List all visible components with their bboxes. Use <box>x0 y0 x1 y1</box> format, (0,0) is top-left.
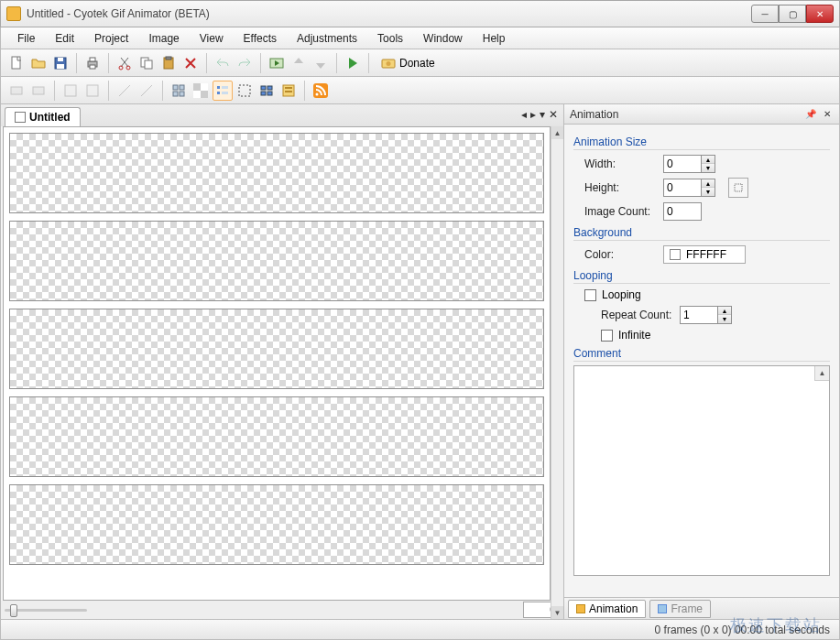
tab-animation-icon <box>576 604 585 613</box>
repeat-label: Repeat Count: <box>601 309 674 321</box>
scroll-down-icon[interactable]: ▼ <box>551 606 563 619</box>
infinite-checkbox[interactable] <box>601 330 613 342</box>
app-icon <box>6 6 21 21</box>
undo-button[interactable] <box>213 53 233 73</box>
height-down[interactable]: ▼ <box>702 188 715 196</box>
save-button[interactable] <box>50 53 71 73</box>
color-hex: FFFFFF <box>686 248 726 261</box>
paste-button[interactable] <box>158 53 179 73</box>
document-tab[interactable]: Untitled <box>5 107 81 126</box>
panel-close-icon[interactable]: ✕ <box>821 108 834 121</box>
checker-icon[interactable] <box>191 81 211 101</box>
canvas-footer <box>1 601 563 619</box>
color-picker[interactable]: FFFFFF <box>663 245 746 264</box>
frame-item[interactable] <box>9 396 544 477</box>
rss-icon[interactable] <box>311 81 331 101</box>
frame-item[interactable] <box>9 309 544 389</box>
width-down[interactable]: ▼ <box>702 164 715 172</box>
close-button[interactable]: ✕ <box>806 5 834 23</box>
move-up-button[interactable] <box>289 53 309 73</box>
minimize-button[interactable]: ─ <box>751 5 779 23</box>
tab-menu[interactable]: ▾ <box>540 108 545 121</box>
redo-button[interactable] <box>235 53 255 73</box>
svg-rect-19 <box>87 85 98 96</box>
menu-window[interactable]: Window <box>414 30 472 47</box>
imagecount-input[interactable] <box>663 202 702 221</box>
print-button[interactable] <box>82 53 103 73</box>
height-up[interactable]: ▲ <box>702 179 715 188</box>
menu-file[interactable]: File <box>8 30 44 47</box>
move-down-button[interactable] <box>311 53 331 73</box>
menu-edit[interactable]: Edit <box>46 30 83 47</box>
svg-rect-33 <box>267 86 272 90</box>
thumb-view-icon[interactable] <box>256 81 277 101</box>
menu-project[interactable]: Project <box>85 30 137 47</box>
tab-prev[interactable]: ◂ <box>521 108 527 121</box>
panel-tabs: Animation Frame <box>564 597 839 619</box>
list-view-icon[interactable] <box>213 81 233 101</box>
svg-rect-22 <box>173 92 178 96</box>
props-icon[interactable] <box>278 81 299 101</box>
tool-e[interactable] <box>115 81 135 101</box>
resize-button[interactable] <box>728 178 748 198</box>
frame-item[interactable] <box>9 133 544 213</box>
delete-button[interactable] <box>180 53 201 73</box>
frame-item[interactable] <box>9 484 544 565</box>
svg-rect-17 <box>33 87 44 94</box>
menu-tools[interactable]: Tools <box>368 30 412 47</box>
tab-close[interactable]: ✕ <box>549 108 558 121</box>
height-input[interactable] <box>663 179 702 197</box>
svg-rect-34 <box>261 92 266 95</box>
looping-checkbox[interactable] <box>584 289 596 301</box>
tool-b[interactable] <box>28 81 49 101</box>
pin-icon[interactable]: 📌 <box>804 108 817 121</box>
copy-button[interactable] <box>136 53 157 73</box>
svg-rect-5 <box>90 58 95 61</box>
grid-icon[interactable] <box>169 81 189 101</box>
width-input[interactable] <box>663 155 702 173</box>
tool-f[interactable] <box>136 81 157 101</box>
repeat-input[interactable] <box>680 306 718 324</box>
svg-rect-41 <box>735 184 742 191</box>
open-button[interactable] <box>28 53 49 73</box>
comment-textarea[interactable]: ▲ <box>573 365 830 576</box>
svg-rect-10 <box>145 60 152 69</box>
svg-rect-30 <box>222 92 228 94</box>
menu-view[interactable]: View <box>191 30 233 47</box>
run-button[interactable] <box>343 53 363 73</box>
donate-icon <box>381 56 396 71</box>
svg-rect-0 <box>12 57 20 69</box>
select-icon[interactable] <box>235 81 255 101</box>
menu-help[interactable]: Help <box>474 30 515 47</box>
comment-scroll-up[interactable]: ▲ <box>814 366 829 381</box>
menu-adjustments[interactable]: Adjustments <box>288 30 366 47</box>
frame-list[interactable] <box>4 127 550 600</box>
zoom-slider[interactable] <box>5 603 87 616</box>
frame-item[interactable] <box>9 221 544 301</box>
repeat-up[interactable]: ▲ <box>718 307 731 315</box>
svg-rect-27 <box>217 86 220 89</box>
menu-effects[interactable]: Effects <box>235 30 286 47</box>
repeat-down[interactable]: ▼ <box>718 315 731 323</box>
zoom-thumb[interactable] <box>10 604 17 617</box>
donate-button[interactable]: Donate <box>375 53 442 73</box>
new-button[interactable] <box>6 53 27 73</box>
vertical-scrollbar[interactable]: ▲ ▼ <box>551 126 563 619</box>
width-up[interactable]: ▲ <box>702 156 715 164</box>
svg-rect-37 <box>285 87 292 89</box>
canvas-panel: Untitled ◂ ▸ ▾ ✕ ▲ ▼ <box>1 104 564 619</box>
panel-title: Animation <box>570 108 801 121</box>
tool-d[interactable] <box>82 81 103 101</box>
cut-button[interactable] <box>115 53 135 73</box>
tab-animation-label: Animation <box>589 602 638 615</box>
tool-c[interactable] <box>60 81 81 101</box>
maximize-button[interactable]: ▢ <box>779 5 806 23</box>
menu-image[interactable]: Image <box>139 30 188 47</box>
tab-frame[interactable]: Frame <box>649 600 711 618</box>
tab-animation[interactable]: Animation <box>568 600 646 618</box>
preview-button[interactable] <box>267 53 287 73</box>
tab-next[interactable]: ▸ <box>530 108 536 121</box>
width-label: Width: <box>584 157 658 170</box>
tool-a[interactable] <box>6 81 27 101</box>
scroll-up-icon[interactable]: ▲ <box>551 126 563 139</box>
